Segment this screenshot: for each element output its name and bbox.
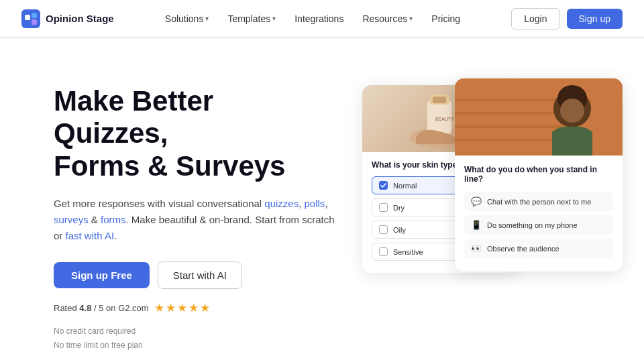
- note-no-limit: No time limit on free plan: [54, 339, 335, 353]
- surveys-link[interactable]: surveys: [54, 214, 89, 225]
- hero-buttons: Sign up Free Start with AI: [54, 261, 335, 289]
- line-question: What do you do when you stand in line?: [464, 165, 613, 184]
- svg-point-16: [560, 99, 584, 123]
- signup-button[interactable]: Sign up: [567, 9, 623, 29]
- nav-integrations[interactable]: Integrations: [294, 13, 343, 24]
- observe-icon: 👀: [471, 243, 482, 253]
- hero-description: Get more responses with visual conversat…: [54, 196, 335, 244]
- signup-free-button[interactable]: Sign up Free: [54, 262, 150, 288]
- svg-rect-11: [455, 112, 562, 115]
- svg-rect-10: [455, 99, 562, 101]
- rating-text: Rated 4.8 / 5 on G2.com: [54, 303, 149, 313]
- hero-notes: No credit card required No time limit on…: [54, 324, 335, 353]
- nav-pricing[interactable]: Pricing: [431, 13, 460, 24]
- phone-icon: 📱: [471, 220, 482, 230]
- polls-link[interactable]: polls: [305, 198, 325, 209]
- rating-row: Rated 4.8 / 5 on G2.com ★ ★ ★ ★ ★: [54, 301, 335, 315]
- star-1: ★: [154, 301, 164, 315]
- svg-rect-13: [455, 139, 562, 141]
- quiz-card-line-body: What do you do when you stand in line? 💬…: [455, 156, 623, 272]
- person-image: [455, 78, 623, 156]
- quiz-card-line: What do you do when you stand in line? 💬…: [455, 78, 623, 272]
- answer-observe[interactable]: 👀 Observe the audience: [464, 239, 613, 258]
- chevron-down-icon: ▾: [409, 15, 413, 22]
- star-5: ★: [200, 301, 210, 315]
- checkbox-normal: [379, 181, 388, 190]
- checkbox-oily: [379, 225, 388, 234]
- svg-rect-9: [455, 78, 623, 156]
- star-2: ★: [166, 301, 176, 315]
- chevron-down-icon: ▾: [272, 15, 276, 22]
- checkbox-sensitive: [379, 247, 388, 256]
- navbar: Opinion Stage Solutions ▾ Templates ▾ In…: [0, 0, 644, 38]
- svg-rect-3: [32, 19, 37, 25]
- nav-links: Solutions ▾ Templates ▾ Integrations Res…: [165, 13, 460, 24]
- ai-link[interactable]: fast with AI: [66, 230, 115, 241]
- forms-link[interactable]: forms: [101, 214, 126, 225]
- logo-icon: [21, 9, 40, 28]
- logo[interactable]: Opinion Stage: [21, 9, 114, 28]
- nav-actions: Login Sign up: [511, 8, 623, 29]
- svg-rect-7: [433, 97, 446, 103]
- nav-templates[interactable]: Templates ▾: [227, 13, 276, 24]
- hero-title: Make Better Quizzes, Forms & Surveys: [54, 85, 335, 182]
- nav-solutions[interactable]: Solutions ▾: [165, 13, 209, 24]
- hero-left: Make Better Quizzes, Forms & Surveys Get…: [54, 78, 335, 353]
- login-button[interactable]: Login: [511, 8, 559, 29]
- logo-text: Opinion Stage: [46, 13, 114, 24]
- star-4: ★: [189, 301, 199, 315]
- svg-text:BEAUTY: BEAUTY: [435, 117, 454, 121]
- hero-right: BEAUTY What is your skin type? Normal D: [362, 78, 623, 306]
- quizzes-link[interactable]: quizzes: [264, 198, 299, 209]
- hero-section: Make Better Quizzes, Forms & Surveys Get…: [0, 38, 644, 362]
- chevron-down-icon: ▾: [205, 15, 209, 22]
- star-rating: ★ ★ ★ ★ ★: [154, 301, 210, 315]
- chat-icon: 💬: [471, 196, 482, 206]
- note-no-card: No credit card required: [54, 324, 335, 339]
- answer-chat[interactable]: 💬 Chat with the person next to me: [464, 192, 613, 211]
- answer-phone[interactable]: 📱 Do something on my phone: [464, 215, 613, 235]
- start-with-ai-button[interactable]: Start with AI: [158, 261, 242, 289]
- svg-rect-2: [32, 13, 37, 18]
- checkbox-dry: [379, 203, 388, 212]
- nav-resources[interactable]: Resources ▾: [362, 13, 413, 24]
- svg-rect-12: [455, 125, 562, 128]
- star-3: ★: [177, 301, 187, 315]
- svg-rect-1: [25, 15, 30, 20]
- quiz-card-line-image: [455, 78, 623, 156]
- svg-rect-0: [21, 9, 40, 28]
- check-icon: [380, 182, 387, 189]
